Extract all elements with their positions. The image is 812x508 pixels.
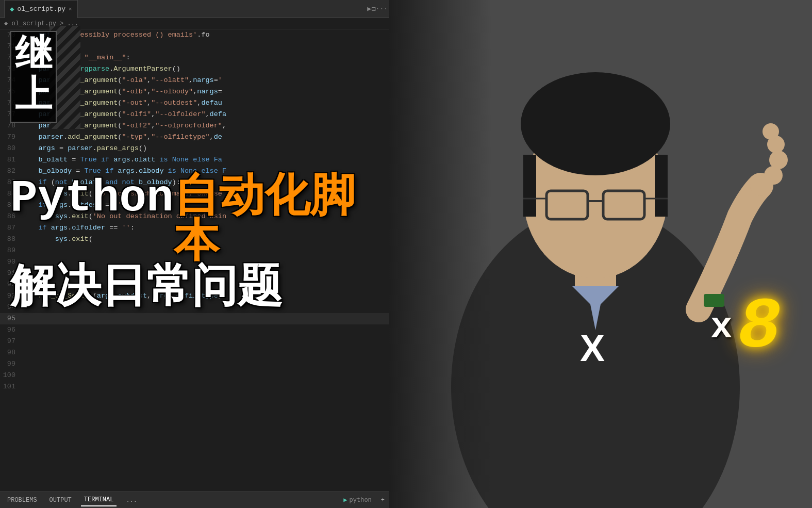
code-line: 81 b_olatt = True if args.olatt is None … xyxy=(0,154,392,166)
output-tab[interactable]: OUTPUT xyxy=(46,495,75,506)
person-fade xyxy=(389,0,492,508)
title-python: Python xyxy=(10,176,174,221)
file-tab[interactable]: ◆ ol_script.py × xyxy=(4,0,78,18)
svg-point-4 xyxy=(521,72,670,175)
overlay-top-left: 继上 xyxy=(10,31,57,123)
kanji-box: 继上 xyxy=(10,31,57,123)
run-button[interactable]: ▶ xyxy=(367,5,371,13)
svg-text:X: X xyxy=(580,327,605,369)
bottom-panel: PROBLEMS OUTPUT TERMINAL ... ▶ python + xyxy=(0,491,392,508)
code-line: 97 xyxy=(0,336,392,347)
code-line: 101 xyxy=(0,381,392,392)
code-line: 100 xyxy=(0,370,392,381)
tab-dot: ◆ xyxy=(10,5,14,13)
tab-close-icon[interactable]: × xyxy=(69,6,72,12)
title-line1: Python自动化脚本 xyxy=(10,176,392,267)
code-line: 96 xyxy=(0,324,392,336)
more-button[interactable]: ··· xyxy=(376,5,388,13)
digit-8-display: 8 xyxy=(738,291,781,364)
terminal-tab[interactable]: TERMINAL xyxy=(81,494,117,506)
person-area: X xyxy=(389,0,812,508)
code-line: 79 parser.add_argument("-typ","--olfilet… xyxy=(0,132,392,143)
python-icon: ▶ xyxy=(343,496,347,504)
split-button[interactable]: ⊟ xyxy=(371,5,375,13)
python-label[interactable]: python xyxy=(350,497,372,504)
code-line: 80 args = parser.parse_args() xyxy=(0,143,392,154)
tab-bar: ◆ ol_script.py × ▶ ⊟ ··· xyxy=(0,0,392,18)
main-title: Python自动化脚本 解决日常问题 xyxy=(0,176,402,312)
tab-filename: ol_script.py xyxy=(17,5,65,13)
title-chinese1: 自动化脚本 xyxy=(174,176,392,267)
add-terminal-button[interactable]: + xyxy=(378,495,388,506)
svg-point-16 xyxy=(763,123,779,140)
x-multiplier-label: x xyxy=(710,306,733,349)
digit-display: x 8 xyxy=(710,291,781,364)
problems-tab[interactable]: PROBLEMS xyxy=(4,495,40,506)
title-line2: 解决日常问题 xyxy=(10,267,392,312)
code-line: 99 xyxy=(0,358,392,370)
code-line: 98 xyxy=(0,347,392,358)
svg-rect-5 xyxy=(523,155,536,217)
code-line-active: 95 xyxy=(0,313,392,324)
more-tabs[interactable]: ... xyxy=(123,495,140,506)
svg-point-14 xyxy=(769,151,788,169)
svg-rect-6 xyxy=(655,155,668,217)
